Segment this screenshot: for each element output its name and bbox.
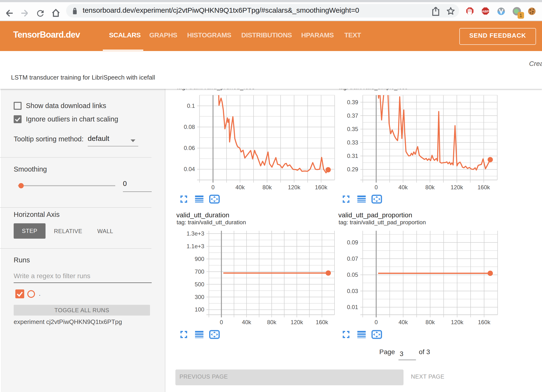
- svg-text:160k: 160k: [478, 319, 490, 325]
- svg-text:40k: 40k: [235, 184, 245, 190]
- svg-text:0.33: 0.33: [347, 139, 358, 146]
- svg-text:700: 700: [195, 268, 204, 275]
- svg-text:80k: 80k: [425, 184, 435, 190]
- svg-text:80k: 80k: [267, 319, 277, 325]
- svg-text:0: 0: [211, 184, 214, 190]
- svg-text:160k: 160k: [316, 319, 329, 325]
- svg-text:0.01: 0.01: [347, 304, 358, 310]
- svg-text:120k: 120k: [288, 184, 300, 190]
- svg-text:0: 0: [375, 319, 378, 325]
- svg-text:0.07: 0.07: [347, 255, 358, 262]
- svg-text:160k: 160k: [478, 184, 490, 190]
- svg-text:0.31: 0.31: [347, 153, 358, 159]
- svg-text:900: 900: [195, 256, 204, 262]
- svg-text:0.09: 0.09: [347, 239, 358, 246]
- svg-text:100: 100: [195, 306, 204, 313]
- svg-text:0: 0: [375, 184, 378, 190]
- svg-text:160k: 160k: [315, 184, 328, 190]
- svg-text:0.1: 0.1: [187, 103, 195, 109]
- svg-text:120k: 120k: [451, 184, 463, 190]
- svg-text:40k: 40k: [398, 184, 408, 190]
- svg-text:0.37: 0.37: [347, 112, 358, 119]
- svg-text:ABP: ABP: [482, 10, 489, 13]
- svg-text:0: 0: [220, 319, 223, 325]
- svg-text:0.05: 0.05: [347, 271, 358, 278]
- svg-text:500: 500: [195, 281, 204, 288]
- svg-text:0.08: 0.08: [184, 124, 195, 130]
- svg-text:80k: 80k: [262, 184, 272, 190]
- svg-text:120k: 120k: [451, 319, 464, 325]
- svg-text:80k: 80k: [426, 319, 435, 325]
- svg-text:40k: 40k: [242, 319, 252, 325]
- svg-text:1.3e+3: 1.3e+3: [187, 230, 204, 237]
- svg-text:0.29: 0.29: [347, 166, 358, 173]
- svg-text:0.06: 0.06: [184, 145, 195, 151]
- svg-text:120k: 120k: [291, 319, 303, 325]
- svg-text:1.1e+3: 1.1e+3: [187, 243, 204, 249]
- svg-text:0.39: 0.39: [347, 99, 358, 105]
- svg-text:300: 300: [195, 294, 204, 300]
- svg-text:0.35: 0.35: [347, 126, 358, 132]
- svg-text:0.04: 0.04: [184, 166, 195, 172]
- svg-text:1: 1: [519, 13, 522, 18]
- svg-text:40k: 40k: [398, 319, 408, 325]
- svg-text:0.03: 0.03: [347, 288, 358, 294]
